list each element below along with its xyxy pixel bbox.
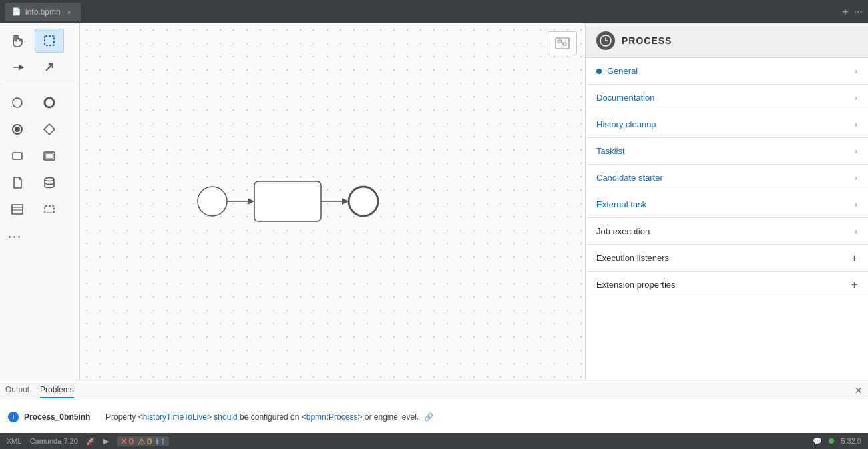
svg-rect-10 (45, 153, 53, 159)
lasso-tool-button[interactable] (3, 55, 32, 79)
arrow-tool-button[interactable] (35, 55, 64, 79)
problems-content: i Process_0bn5inh Property <historyTimeT… (0, 400, 868, 433)
property-row-general[interactable]: General› (586, 58, 868, 85)
status-dot (829, 438, 834, 444)
property-row-execution-listeners[interactable]: Execution listeners+ (586, 245, 868, 272)
property-rows: General›Documentation›History cleanup›Ta… (586, 58, 868, 298)
rect-button[interactable] (3, 144, 32, 168)
hand-tool-button[interactable] (3, 29, 32, 53)
property-row-external-task[interactable]: External task› (586, 191, 868, 218)
panel-header: PROCESS (586, 23, 868, 58)
toolbar-sep-1 (4, 85, 75, 85)
property-row-job-execution[interactable]: Job execution› (586, 218, 868, 245)
toolbar-row-1 (3, 29, 77, 53)
property-label-tasklist: Tasklist (596, 146, 855, 156)
problem-message: Property <historyTimeToLive> should be c… (105, 412, 433, 422)
end-event[interactable] (349, 187, 378, 216)
file-icon: 📄 (12, 7, 21, 16)
comment-icon[interactable]: 💬 (813, 437, 822, 446)
toolbar-more-button[interactable]: ... (3, 224, 77, 244)
chevron-right-icon: › (855, 67, 857, 76)
property-label-job-execution: Job execution (596, 226, 855, 236)
svg-rect-15 (45, 206, 54, 213)
chevron-right-icon: › (855, 200, 857, 209)
toolbar-row-5 (3, 144, 77, 168)
tab-close-button[interactable]: × (65, 7, 74, 17)
version-label: 5.32.0 (841, 437, 861, 445)
svg-rect-17 (558, 40, 562, 43)
start-event[interactable] (198, 187, 227, 216)
property-row-extension-properties[interactable]: Extension properties+ (586, 272, 868, 298)
property-row-tasklist[interactable]: Tasklist› (586, 138, 868, 165)
chevron-right-icon: › (855, 147, 857, 156)
error-count: 0 (129, 436, 134, 446)
error-badge[interactable]: ✕ 0 ⚠ 0 ℹ 1 (117, 436, 169, 446)
add-property-button[interactable]: + (851, 279, 857, 291)
canvas[interactable] (80, 23, 585, 380)
svg-point-4 (45, 98, 54, 107)
main-area: ... (0, 23, 868, 380)
chevron-right-icon: › (855, 173, 857, 183)
property-label-execution-listeners: Execution listeners (596, 253, 851, 263)
swimlane-button[interactable] (3, 197, 32, 221)
svg-point-6 (15, 127, 20, 132)
toolbar-row-3 (3, 91, 77, 115)
play-button[interactable]: ▶ (103, 437, 109, 446)
minimap-button[interactable] (548, 31, 577, 55)
arrow-head-1 (248, 198, 254, 205)
warn-icon: ⚠ (138, 436, 146, 446)
property-label-history-cleanup: History cleanup (596, 119, 855, 129)
property-label-documentation: Documentation (596, 93, 855, 103)
circle-filled-button[interactable] (3, 117, 32, 141)
tab-problems[interactable]: Problems (40, 382, 74, 398)
svg-point-11 (45, 178, 54, 181)
add-tab-button[interactable]: + (842, 6, 848, 18)
task[interactable] (254, 181, 321, 221)
svg-rect-18 (563, 43, 566, 45)
document-button[interactable] (3, 171, 32, 195)
property-row-documentation[interactable]: Documentation› (586, 85, 868, 111)
tab-output[interactable]: Output (5, 382, 29, 398)
toolbar-row-4 (3, 117, 77, 141)
chevron-right-icon: › (855, 227, 857, 236)
problem-link[interactable]: 🔗 (424, 413, 433, 421)
property-label-extension-properties: Extension properties (596, 280, 851, 290)
status-bar: XML Camunda 7.20 🚀 ▶ ✕ 0 ⚠ 0 ℹ 1 💬 5.32.… (0, 433, 868, 449)
svg-point-3 (13, 98, 22, 107)
error-x-icon: ✕ (120, 436, 128, 446)
add-property-button[interactable]: + (851, 252, 857, 264)
problem-process-id: Process_0bn5inh (24, 412, 97, 422)
property-row-history-cleanup[interactable]: History cleanup› (586, 111, 868, 138)
close-bottom-panel-button[interactable]: ✕ (855, 385, 863, 396)
info-count: 1 (160, 436, 165, 446)
format-indicator: XML (7, 437, 22, 445)
property-label-candidate-starter: Candidate starter (596, 173, 855, 183)
circle-outline-button[interactable] (3, 91, 32, 115)
info-icon: ℹ (156, 436, 159, 446)
rect-double-button[interactable] (35, 144, 64, 168)
bpmn-diagram[interactable] (192, 168, 393, 235)
rocket-button[interactable]: 🚀 (86, 437, 95, 446)
property-indicator (596, 69, 602, 74)
title-bar: 📄 info.bpmn × + ··· (0, 0, 868, 23)
select-tool-button[interactable] (35, 29, 64, 53)
editor-tab[interactable]: 📄 info.bpmn × (5, 3, 81, 21)
svg-rect-8 (13, 153, 22, 159)
process-icon (596, 31, 615, 50)
svg-line-2 (46, 64, 53, 71)
status-right: 💬 5.32.0 (813, 437, 861, 446)
more-actions-button[interactable]: ··· (854, 6, 863, 18)
database-button[interactable] (35, 171, 64, 195)
engine-indicator: Camunda 7.20 (30, 437, 78, 445)
diamond-button[interactable] (35, 117, 64, 141)
right-panel: PROCESS General›Documentation›History cl… (585, 23, 868, 380)
chevron-right-icon: › (855, 93, 857, 103)
svg-marker-7 (44, 124, 55, 135)
property-row-candidate-starter[interactable]: Candidate starter› (586, 165, 868, 191)
dashed-rect-button[interactable] (35, 197, 64, 221)
chevron-right-icon: › (855, 120, 857, 129)
tab-label: info.bpmn (25, 7, 61, 17)
toolbar-row-6 (3, 171, 77, 195)
circle-bold-button[interactable] (35, 91, 64, 115)
svg-rect-0 (45, 36, 54, 45)
